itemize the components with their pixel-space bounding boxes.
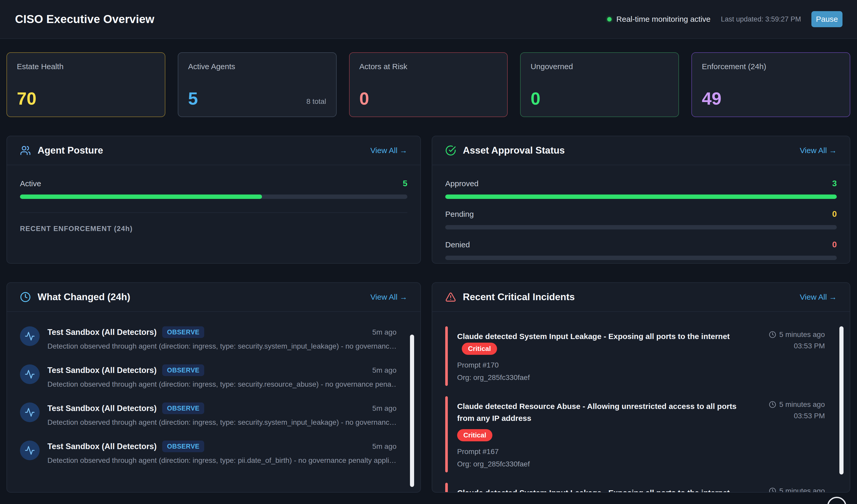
what-changed-header: What Changed (24h) View All →	[7, 283, 420, 312]
kpi-card-estate-health[interactable]: Estate Health 70	[6, 52, 165, 117]
approved-progress-fill	[445, 194, 837, 199]
list-item[interactable]: Test Sandbox (All Detectors) OBSERVE 5m …	[20, 402, 397, 427]
pause-button[interactable]: Pause	[811, 11, 842, 27]
item-time: 5m ago	[372, 366, 397, 375]
active-stat-row: Active 5	[20, 179, 407, 188]
last-updated: Last updated: 3:59:27 PM	[721, 15, 801, 23]
panel-title: What Changed (24h)	[37, 292, 364, 302]
kpi-value: 0	[359, 90, 369, 107]
item-name: Test Sandbox (All Detectors)	[47, 328, 156, 337]
observe-badge: OBSERVE	[162, 440, 204, 452]
kpi-label: Estate Health	[17, 62, 155, 71]
floating-action-button[interactable]	[827, 497, 846, 504]
agent-posture-panel: Agent Posture View All → Active 5 RECENT…	[6, 136, 421, 264]
view-all-link[interactable]: View All →	[800, 293, 837, 301]
panel-title: Agent Posture	[37, 145, 364, 156]
incident-relative-time: 5 minutes ago	[779, 400, 825, 409]
active-progress-track	[20, 194, 407, 199]
agent-posture-body: Active 5 RECENT ENFORCEMENT (24h)	[7, 165, 420, 233]
incident-time: 03:53 PM	[752, 412, 825, 420]
kpi-label: Enforcement (24h)	[702, 62, 840, 71]
kpi-row: Estate Health 70 Active Agents 5 8 total…	[6, 52, 850, 117]
item-name: Test Sandbox (All Detectors)	[47, 366, 156, 375]
kpi-card-active-agents[interactable]: Active Agents 5 8 total	[178, 52, 337, 117]
severity-bar	[445, 326, 448, 386]
panel-title: Recent Critical Incidents	[463, 292, 793, 302]
pending-progress-track	[445, 225, 837, 229]
pending-label: Pending	[445, 210, 474, 219]
incident-item[interactable]: Claude detected System Input Leakage - E…	[445, 483, 825, 493]
view-all-link[interactable]: View All →	[800, 146, 837, 155]
observe-badge: OBSERVE	[162, 364, 204, 376]
activity-avatar	[20, 364, 40, 384]
view-all-link[interactable]: View All →	[370, 146, 407, 155]
item-description: Detection observed through agent (direct…	[47, 418, 397, 427]
activity-icon	[24, 369, 35, 379]
what-changed-list: Test Sandbox (All Detectors) OBSERVE 5m …	[7, 312, 420, 465]
incident-meta: 5 minutes ago 03:53 PM	[752, 487, 825, 493]
activity-avatar	[20, 326, 40, 346]
asset-approval-panel: Asset Approval Status View All → Approve…	[432, 136, 850, 264]
incident-title: Claude detected Resource Abuse - Allowin…	[457, 400, 742, 424]
clock-icon	[20, 292, 31, 302]
item-time: 5m ago	[372, 442, 397, 451]
incident-item[interactable]: Claude detected Resource Abuse - Allowin…	[445, 396, 825, 472]
status-dot-icon	[607, 17, 611, 21]
activity-icon	[24, 331, 35, 341]
activity-avatar	[20, 440, 40, 460]
alert-triangle-icon	[445, 292, 456, 302]
kpi-card-enforcement[interactable]: Enforcement (24h) 49	[691, 52, 850, 117]
panel-title: Asset Approval Status	[463, 145, 793, 156]
active-value: 5	[403, 179, 407, 188]
clock-icon	[769, 401, 776, 408]
incident-item[interactable]: Claude detected System Input Leakage - E…	[445, 326, 825, 386]
header: CISO Executive Overview Real-time monito…	[0, 0, 857, 39]
approval-row-approved: Approved 3	[445, 179, 837, 199]
bottom-row: What Changed (24h) View All → Test Sandb…	[6, 282, 850, 492]
item-time: 5m ago	[372, 328, 397, 336]
pending-value: 0	[832, 209, 837, 219]
active-progress-fill	[20, 194, 262, 199]
observe-badge: OBSERVE	[162, 402, 204, 414]
kpi-value: 0	[531, 90, 540, 107]
clock-icon	[769, 487, 776, 493]
item-name: Test Sandbox (All Detectors)	[47, 442, 156, 451]
kpi-card-ungoverned[interactable]: Ungoverned 0	[520, 52, 679, 117]
view-all-link[interactable]: View All →	[370, 293, 407, 301]
incident-relative-time: 5 minutes ago	[779, 487, 825, 493]
critical-badge: Critical	[462, 343, 497, 355]
approved-label: Approved	[445, 179, 478, 188]
list-item[interactable]: Test Sandbox (All Detectors) OBSERVE 5m …	[20, 440, 397, 465]
incidents-list: Claude detected System Input Leakage - E…	[432, 312, 850, 492]
kpi-card-actors-at-risk[interactable]: Actors at Risk 0	[349, 52, 508, 117]
activity-icon	[24, 407, 35, 417]
activity-avatar	[20, 402, 40, 422]
incident-title: Claude detected System Input Leakage - E…	[457, 332, 730, 341]
incidents-header: Recent Critical Incidents View All →	[432, 283, 850, 312]
incident-time: 03:53 PM	[752, 342, 825, 350]
kpi-label: Ungoverned	[531, 62, 669, 71]
recent-enforcement-label: RECENT ENFORCEMENT (24h)	[20, 225, 407, 233]
denied-progress-track	[445, 256, 837, 260]
active-label: Active	[20, 179, 41, 188]
approval-row-pending: Pending 0	[445, 209, 837, 229]
item-description: Detection observed through agent (direct…	[47, 456, 397, 465]
what-changed-panel: What Changed (24h) View All → Test Sandb…	[6, 282, 421, 492]
list-item[interactable]: Test Sandbox (All Detectors) OBSERVE 5m …	[20, 326, 397, 350]
activity-icon	[24, 445, 35, 455]
middle-row: Agent Posture View All → Active 5 RECENT…	[6, 136, 850, 264]
kpi-subtext: 8 total	[306, 98, 326, 107]
monitoring-status-label: Real-time monitoring active	[616, 15, 710, 23]
list-item[interactable]: Test Sandbox (All Detectors) OBSERVE 5m …	[20, 364, 397, 388]
item-name: Test Sandbox (All Detectors)	[47, 404, 156, 413]
monitoring-status: Real-time monitoring active	[607, 15, 710, 23]
asset-approval-body: Approved 3 Pending 0 Denied	[432, 165, 850, 260]
users-icon	[20, 145, 31, 156]
item-time: 5m ago	[372, 404, 397, 413]
scrollbar-thumb[interactable]	[410, 335, 414, 487]
kpi-label: Actors at Risk	[359, 62, 498, 71]
incident-title: Claude detected System Input Leakage - E…	[457, 488, 730, 493]
scrollbar-thumb[interactable]	[839, 326, 843, 474]
incident-relative-time: 5 minutes ago	[779, 330, 825, 339]
incident-meta: 5 minutes ago 03:53 PM	[752, 400, 825, 468]
